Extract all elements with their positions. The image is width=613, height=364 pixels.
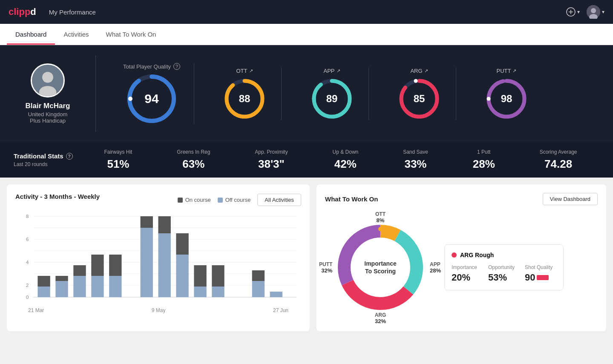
svg-text:6: 6 [26, 237, 29, 242]
ott-value: 88 [239, 93, 250, 105]
stats-grid: Fairways Hit 51% Greens In Reg 63% App. … [82, 149, 599, 171]
bar-off-2 [55, 281, 68, 297]
bar-off-7 [158, 233, 171, 297]
chart-header: Activity - 3 Months - Weekly On course O… [15, 193, 301, 207]
total-quality-value: 94 [144, 92, 158, 106]
bar-off-6 [141, 228, 153, 297]
view-dashboard-button[interactable]: View Dashboard [543, 193, 598, 205]
putt-value: 98 [501, 93, 512, 105]
app-label-pos: APP 28% [430, 261, 441, 274]
putt-arrow-icon: ↗ [512, 68, 516, 74]
stats-subtitle: Last 20 rounds [14, 161, 82, 167]
quality-bar-icon [537, 275, 549, 280]
donut-section: ImportanceTo Scoring OTT 8% APP 28% ARG … [325, 212, 598, 323]
stat-up-down: Up & Down 42% [333, 149, 359, 171]
bar-on-9 [194, 265, 206, 287]
arg-arrow-icon: ↗ [424, 68, 428, 74]
ott-circle: 88 [223, 77, 266, 120]
avatar [587, 5, 600, 19]
chart-legend: On course Off course [178, 197, 251, 203]
activity-chart-panel: Activity - 3 Months - Weekly On course O… [7, 184, 310, 331]
all-activities-button[interactable]: All Activities [257, 194, 301, 206]
bar-off-3 [73, 276, 86, 297]
arg-circle: 85 [398, 77, 440, 120]
stat-greens-in-reg: Greens In Reg 63% [177, 149, 210, 171]
arg-label-pos: ARG 32% [375, 312, 386, 324]
info-grid: Importance 20% Opportunity 53% Shot Qual… [452, 264, 556, 283]
info-card: ARG Rough Importance 20% Opportunity 53%… [444, 244, 564, 290]
app-circle: 89 [311, 77, 353, 120]
svg-point-42 [416, 267, 420, 272]
bar-on-1 [37, 276, 50, 287]
chart-title: Activity - 3 Months - Weekly [15, 193, 100, 200]
help-icon[interactable]: ? [173, 63, 180, 70]
app-arrow-icon: ↗ [337, 68, 340, 74]
bar-on-7 [158, 216, 171, 233]
logo: clippd [9, 6, 36, 17]
bar-off-12 [270, 292, 282, 297]
legend-on-course-icon [178, 198, 183, 203]
info-card-title: ARG Rough [452, 252, 556, 258]
ott-score: OTT ↗ 88 [208, 68, 282, 120]
svg-point-44 [341, 267, 345, 272]
app-header: clippd My Performance ▾ ▾ [0, 0, 613, 24]
tab-dashboard[interactable]: Dashboard [7, 24, 55, 45]
svg-text:4: 4 [26, 260, 29, 265]
bar-on-4 [91, 255, 104, 276]
tab-what-to-work-on[interactable]: What To Work On [98, 24, 165, 45]
app-label: APP ↗ [323, 68, 340, 74]
bar-on-6 [141, 216, 153, 228]
info-shot-quality: Shot Quality 90 [525, 264, 556, 283]
bar-on-2 [55, 276, 68, 281]
tab-activities[interactable]: Activities [55, 24, 97, 45]
svg-point-4 [591, 8, 596, 13]
bar-on-3 [73, 265, 86, 276]
info-opportunity: Opportunity 53% [488, 264, 520, 283]
what-to-work-on-title: What To Work On [325, 195, 378, 203]
bar-off-11 [252, 281, 265, 297]
chart-area: 8 6 4 2 0 [15, 212, 301, 306]
stats-help-icon[interactable]: ? [66, 153, 73, 160]
player-info: Blair McHarg United Kingdom Plus Handica… [14, 63, 82, 124]
bar-on-11 [252, 270, 265, 281]
bar-on-8 [176, 233, 188, 255]
info-dot-icon [452, 252, 457, 258]
legend-off-course-icon [218, 198, 223, 203]
what-to-work-on-panel: What To Work On View Dashboard [317, 184, 606, 331]
stat-fairways-hit: Fairways Hit 51% [104, 149, 132, 171]
stat-1-putt: 1 Putt 28% [473, 149, 495, 171]
bar-on-5 [109, 255, 121, 276]
total-quality-circle: 94 [126, 73, 177, 124]
svg-point-7 [42, 72, 53, 83]
bar-off-10 [212, 287, 224, 297]
add-button[interactable]: ▾ [566, 7, 580, 17]
ott-label: OTT ↗ [236, 68, 253, 74]
legend-off-course: Off course [218, 197, 251, 203]
bar-off-1 [37, 287, 50, 297]
bar-off-9 [194, 287, 206, 297]
svg-point-11 [128, 97, 132, 101]
player-handicap: Plus Handicap [30, 118, 66, 124]
player-name: Blair McHarg [26, 102, 70, 110]
putt-label-pos: PUTT 32% [319, 261, 332, 274]
svg-text:0: 0 [26, 295, 29, 300]
ott-arrow-icon: ↗ [249, 68, 253, 74]
chart-svg: 8 6 4 2 0 [15, 212, 301, 306]
app-value: 89 [326, 93, 338, 105]
putt-circle: 98 [485, 77, 528, 120]
stat-app-proximity: App. Proximity 38'3" [255, 149, 288, 171]
bar-off-5 [109, 276, 121, 297]
player-country: United Kingdom [28, 111, 68, 118]
bottom-panels: Activity - 3 Months - Weekly On course O… [0, 178, 613, 338]
total-quality: Total Player Quality ? 94 [109, 63, 194, 124]
player-avatar [31, 63, 65, 97]
arg-score: ARG ↗ 85 [383, 68, 456, 120]
svg-text:2: 2 [26, 283, 29, 288]
stat-sand-save: Sand Save 33% [403, 149, 428, 171]
header-actions: ▾ ▾ [566, 5, 604, 19]
putt-label: PUTT ↗ [497, 68, 517, 74]
user-menu-button[interactable]: ▾ [587, 5, 604, 19]
hero-section: Blair McHarg United Kingdom Plus Handica… [0, 45, 613, 142]
what-to-work-on-header: What To Work On View Dashboard [325, 193, 598, 205]
putt-score: PUTT ↗ 98 [470, 68, 543, 120]
